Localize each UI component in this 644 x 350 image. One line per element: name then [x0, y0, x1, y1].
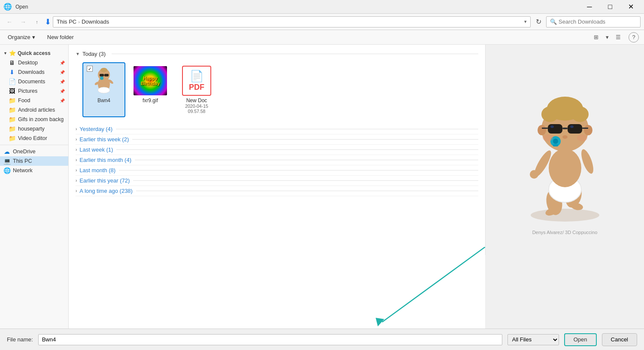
view-dropdown[interactable]: ▾ [602, 32, 612, 43]
sidebar-item-this-pc[interactable]: 💻 This PC [0, 156, 68, 166]
sidebar-item-desktop[interactable]: 🖥 Desktop 📌 [0, 58, 68, 67]
file-thumbnail-bwn4: ✓ [87, 66, 121, 96]
file-name-bwn4: Bwn4 [97, 97, 110, 103]
group-long-time-ago-label: A long time ago (238) [79, 188, 133, 194]
file-item-fxr9[interactable]: HappyBirthday fxr9.gif [129, 62, 172, 117]
view-details[interactable]: ☰ [613, 32, 623, 43]
group-long-time-ago[interactable]: › A long time ago (238) [76, 186, 478, 196]
group-yesterday-label: Yesterday (4) [79, 126, 112, 132]
chevron-right-icon: › [76, 147, 77, 152]
svg-point-39 [577, 134, 587, 141]
baby-3d-svg [505, 69, 625, 224]
view-buttons: ⊞ ▾ ☰ ? [591, 32, 639, 43]
svg-rect-6 [104, 74, 109, 76]
chevron-down-icon: ▼ [76, 52, 80, 56]
svg-point-33 [570, 125, 574, 128]
refresh-button[interactable]: ↻ [532, 16, 544, 28]
svg-point-36 [553, 139, 558, 144]
search-icon: 🔍 [550, 18, 557, 25]
group-yesterday[interactable]: › Yesterday (4) [76, 124, 478, 134]
chevron-down-icon: ▼ [3, 51, 7, 55]
svg-point-10 [531, 209, 599, 222]
svg-rect-31 [582, 128, 588, 129]
svg-rect-5 [100, 74, 104, 76]
file-item-newdoc[interactable]: 📄 PDF New Doc 2020-04-1509.57.58 [175, 62, 218, 117]
folder-icon: 📁 [9, 125, 15, 132]
open-button[interactable]: Open [564, 333, 597, 346]
group-last-month[interactable]: › Last month (8) [76, 165, 478, 176]
search-box[interactable]: 🔍 [546, 16, 641, 27]
group-last-month-label: Last month (8) [79, 167, 115, 173]
onedrive-icon: ☁ [3, 148, 10, 155]
sidebar-item-android-articles[interactable]: 📁 Android articles [0, 105, 68, 115]
group-earlier-this-month[interactable]: › Earlier this month (4) [76, 155, 478, 165]
gif-visual: HappyBirthday [134, 66, 167, 95]
sidebar-item-network[interactable]: 🌐 Network [0, 166, 68, 175]
sidebar-section-quick-access[interactable]: ▼ ⭐ Quick access [0, 48, 68, 58]
search-input[interactable] [559, 18, 637, 25]
pin-icon: 📌 [60, 61, 65, 65]
group-earlier-this-month-label: Earlier this month (4) [79, 157, 131, 163]
organize-button[interactable]: Organize ▾ [5, 32, 38, 42]
svg-point-38 [543, 134, 553, 141]
preview-caption: Denys Alvarez/ 3D Coppuccino [532, 230, 598, 235]
titlebar: 🌐 Open ─ □ ✕ [0, 0, 644, 14]
sidebar-item-pictures[interactable]: 🖼 Pictures 📌 [0, 86, 68, 96]
group-earlier-this-week[interactable]: › Earlier this week (2) [76, 134, 478, 145]
chevron-right-icon: › [76, 158, 77, 162]
view-large-icons[interactable]: ⊞ [591, 32, 601, 43]
svg-point-9 [100, 68, 107, 72]
titlebar-controls: ─ □ ✕ [580, 0, 641, 14]
sidebar-item-houseparty[interactable]: 📁 houseparty [0, 124, 68, 134]
file-name-fxr9: fxr9.gif [143, 97, 158, 103]
group-earlier-this-year-label: Earlier this year (72) [79, 177, 130, 184]
back-button[interactable]: ← [3, 16, 15, 28]
address-path[interactable]: This PC › Downloads ▾ [53, 16, 531, 27]
svg-rect-28 [568, 124, 582, 134]
sidebar-item-downloads[interactable]: ⬇ Downloads 📌 [0, 67, 68, 77]
toolbar: Organize ▾ New folder ⊞ ▾ ☰ ? [0, 30, 644, 45]
svg-point-26 [584, 125, 592, 135]
sidebar-item-documents[interactable]: 📄 Documents 📌 [0, 77, 68, 86]
file-item-bwn4[interactable]: ✓ [82, 62, 125, 117]
file-thumbnail-fxr9: HappyBirthday [133, 66, 167, 96]
svg-point-19 [579, 148, 595, 175]
pin-icon: 📌 [60, 79, 65, 84]
new-folder-button[interactable]: New folder [45, 32, 76, 42]
file-checkbox[interactable]: ✓ [87, 66, 93, 72]
svg-point-32 [550, 125, 554, 128]
sidebar-item-video-editor[interactable]: 📁 Video Editor [0, 134, 68, 143]
help-button[interactable]: ? [629, 32, 639, 43]
sidebar-item-food[interactable]: 📁 Food 📌 [0, 96, 68, 105]
filetype-select[interactable]: All Files [507, 334, 559, 345]
desktop-icon: 🖥 [9, 59, 15, 66]
group-last-week[interactable]: › Last week (1) [76, 145, 478, 155]
pin-icon: 📌 [60, 89, 65, 94]
chevron-right-icon: › [76, 189, 77, 193]
baby-thumbnail-svg [88, 66, 119, 95]
chevron-right-icon: › [76, 168, 77, 173]
up-button[interactable]: ↑ [31, 16, 43, 28]
folder-icon: 📁 [9, 107, 15, 113]
svg-point-8 [100, 76, 103, 80]
maximize-button[interactable]: □ [600, 0, 620, 14]
close-button[interactable]: ✕ [621, 0, 641, 14]
minimize-button[interactable]: ─ [580, 0, 599, 14]
pictures-icon: 🖼 [9, 88, 15, 94]
pin-icon: 📌 [60, 70, 65, 75]
preview-panel: Denys Alvarez/ 3D Coppuccino [485, 45, 644, 255]
filename-input[interactable] [38, 334, 502, 345]
addressbar: ← → ↑ ⬇ This PC › Downloads ▾ ↻ 🔍 [0, 14, 644, 30]
group-today[interactable]: ▼ Today (3) [76, 48, 478, 59]
forward-button[interactable]: → [17, 16, 29, 28]
chevron-right-icon: › [76, 137, 77, 142]
group-earlier-this-year[interactable]: › Earlier this year (72) [76, 176, 478, 186]
sidebar-item-onedrive[interactable]: ☁ OneDrive [0, 147, 68, 156]
cancel-button[interactable]: Cancel [602, 333, 637, 346]
sidebar-item-gifs[interactable]: 📁 Gifs in zoom backg [0, 115, 68, 124]
sidebar: ▼ ⭐ Quick access 🖥 Desktop 📌 ⬇ Downloads… [0, 45, 69, 329]
path-dropdown-arrow[interactable]: ▾ [524, 19, 527, 24]
svg-point-2 [98, 87, 110, 93]
file-name-newdoc: New Doc [186, 97, 207, 103]
svg-point-16 [549, 149, 581, 187]
